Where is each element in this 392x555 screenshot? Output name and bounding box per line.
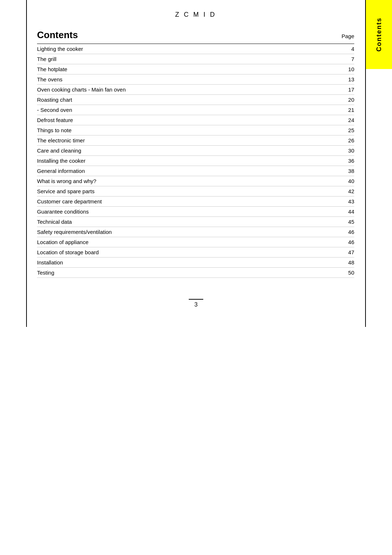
toc-row: Lighting the cooker4 [37, 44, 354, 54]
toc-row: Technical data45 [37, 217, 354, 227]
toc-item-label: The electronic timer [37, 135, 307, 146]
toc-row: General information38 [37, 166, 354, 176]
contents-heading-row: Contents Page [37, 29, 354, 41]
toc-item-page: 45 [307, 217, 354, 227]
toc-item-label: Care and cleaning [37, 146, 307, 156]
toc-item-label: Testing [37, 268, 307, 278]
toc-item-label: Installation [37, 258, 307, 268]
toc-row: Location of appliance46 [37, 237, 354, 247]
toc-table: Lighting the cooker4The grill7The hotpla… [37, 44, 354, 278]
toc-item-label: Guarantee conditions [37, 207, 307, 217]
toc-item-page: 48 [307, 258, 354, 268]
toc-row: Customer care department43 [37, 197, 354, 207]
toc-item-label: General information [37, 166, 307, 176]
toc-item-label: The grill [37, 54, 307, 64]
toc-item-page: 38 [307, 166, 354, 176]
toc-item-label: Customer care department [37, 197, 307, 207]
toc-row: The hotplate10 [37, 64, 354, 74]
toc-item-page: 13 [307, 74, 354, 85]
toc-item-label: What is wrong and why? [37, 176, 307, 186]
toc-item-page: 40 [307, 176, 354, 186]
toc-row: Defrost feature24 [37, 115, 354, 125]
contents-heading: Contents [37, 29, 78, 41]
contents-tab: Contents [366, 0, 392, 69]
toc-row: Safety requirements/ventilation46 [37, 227, 354, 237]
toc-item-page: 10 [307, 64, 354, 74]
page-container: Contents Z C M I D Contents Page Lightin… [0, 0, 392, 555]
toc-row: The ovens13 [37, 74, 354, 85]
toc-item-label: Roasting chart [37, 95, 307, 105]
toc-item-label: Oven cooking charts - Main fan oven [37, 85, 307, 95]
toc-item-page: 25 [307, 125, 354, 135]
page-footer: 3 [0, 299, 392, 308]
toc-item-page: 4 [307, 44, 354, 54]
toc-item-label: - Second oven [37, 105, 307, 115]
toc-item-label: The hotplate [37, 64, 307, 74]
toc-item-page: 7 [307, 54, 354, 64]
toc-item-page: 46 [307, 227, 354, 237]
toc-row: Installing the cooker36 [37, 156, 354, 166]
footer-line [189, 299, 203, 300]
main-content: Z C M I D Contents Page Lighting the coo… [26, 0, 365, 289]
toc-item-label: Location of appliance [37, 237, 307, 247]
toc-item-label: Safety requirements/ventilation [37, 227, 307, 237]
header-title: Z C M I D [37, 7, 354, 19]
toc-row: Location of storage board47 [37, 247, 354, 258]
toc-row: Installation48 [37, 258, 354, 268]
toc-row: The grill7 [37, 54, 354, 64]
toc-row: Service and spare parts42 [37, 186, 354, 197]
toc-item-page: 21 [307, 105, 354, 115]
page-col-header: Page [342, 33, 354, 39]
toc-item-label: Location of storage board [37, 247, 307, 258]
toc-row: Testing50 [37, 268, 354, 278]
toc-item-label: Technical data [37, 217, 307, 227]
toc-row: Roasting chart20 [37, 95, 354, 105]
toc-item-label: Lighting the cooker [37, 44, 307, 54]
toc-item-page: 20 [307, 95, 354, 105]
toc-row: Care and cleaning30 [37, 146, 354, 156]
toc-row: The electronic timer26 [37, 135, 354, 146]
toc-row: What is wrong and why?40 [37, 176, 354, 186]
toc-row: Guarantee conditions44 [37, 207, 354, 217]
toc-row: - Second oven21 [37, 105, 354, 115]
toc-row: Things to note25 [37, 125, 354, 135]
toc-item-page: 44 [307, 207, 354, 217]
toc-item-page: 30 [307, 146, 354, 156]
toc-item-page: 36 [307, 156, 354, 166]
contents-tab-label: Contents [375, 17, 383, 52]
toc-item-page: 50 [307, 268, 354, 278]
toc-item-label: Things to note [37, 125, 307, 135]
footer-page-number: 3 [195, 301, 198, 308]
toc-item-page: 26 [307, 135, 354, 146]
toc-item-label: The ovens [37, 74, 307, 85]
right-border [365, 0, 366, 327]
toc-row: Oven cooking charts - Main fan oven17 [37, 85, 354, 95]
toc-item-page: 47 [307, 247, 354, 258]
toc-item-page: 43 [307, 197, 354, 207]
toc-item-page: 46 [307, 237, 354, 247]
toc-item-label: Defrost feature [37, 115, 307, 125]
toc-item-label: Installing the cooker [37, 156, 307, 166]
toc-item-page: 24 [307, 115, 354, 125]
toc-item-page: 17 [307, 85, 354, 95]
toc-item-page: 42 [307, 186, 354, 197]
toc-item-label: Service and spare parts [37, 186, 307, 197]
